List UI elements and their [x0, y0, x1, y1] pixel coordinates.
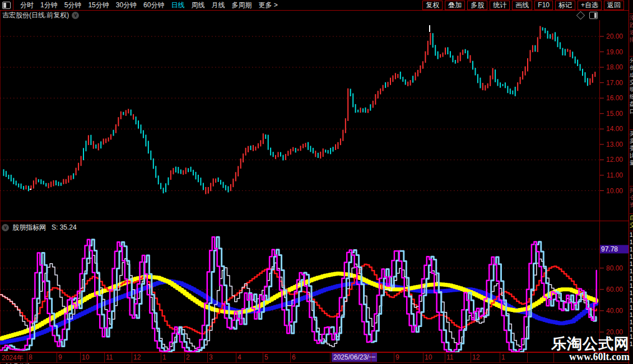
- month-label: 1: [162, 353, 166, 361]
- time-axis: 2024年 2025/06/23/一 891011121234569101112…: [0, 352, 629, 363]
- price-axis: 20.0019.0018.0017.0016.0015.0014.0013.00…: [599, 0, 629, 221]
- price-label: 19.00: [606, 48, 623, 56]
- action-button-多股[interactable]: 多股: [467, 1, 487, 10]
- indicator-header: ∨ 股朋指标网 S: 35.24: [0, 222, 599, 233]
- axis-separator: [471, 353, 471, 362]
- period-tab-周线[interactable]: 周线: [191, 1, 204, 10]
- price-label: 20.00: [606, 32, 623, 40]
- month-label: 1: [501, 353, 505, 361]
- indicator-axis: 80.0060.0040.0020.00: [599, 221, 629, 352]
- indicator-label: 20.00: [606, 328, 623, 336]
- price-label: 16.00: [606, 94, 623, 102]
- action-button-F10[interactable]: F10: [534, 1, 553, 10]
- split-pane-icon[interactable]: [589, 12, 598, 19]
- month-label: 2: [186, 353, 190, 361]
- clipped-panel-section: 自交: [630, 213, 633, 231]
- watermark: 乐淘公式网 www.60lt.com: [551, 336, 630, 362]
- chart-canvas[interactable]: [0, 0, 633, 364]
- axis-separator: [500, 353, 500, 362]
- window-layout-icon[interactable]: [2, 2, 11, 9]
- month-label: 10: [425, 353, 432, 361]
- clipped-panel-section: 1111111111111111: [630, 231, 633, 353]
- chevron-down-icon[interactable]: ∨: [72, 12, 79, 19]
- month-label: 8: [29, 353, 32, 361]
- indicator-label: 60.00: [606, 286, 623, 293]
- watermark-url: www.60lt.com: [551, 352, 630, 362]
- period-tab-分时[interactable]: 分时: [20, 1, 34, 10]
- period-tab-月线[interactable]: 月线: [211, 1, 225, 10]
- price-label: 12.00: [606, 156, 623, 164]
- price-label: 17.00: [606, 79, 623, 87]
- axis-separator: [80, 353, 81, 362]
- period-tab-日线[interactable]: 日线: [171, 1, 184, 10]
- period-tab-60分钟[interactable]: 60分钟: [143, 1, 164, 10]
- price-label: 13.00: [606, 141, 623, 148]
- watermark-site-name: 乐淘公式网: [551, 336, 630, 352]
- price-label: 10.00: [606, 187, 623, 195]
- month-label: 11: [106, 353, 113, 361]
- chevron-down-icon[interactable]: ∨: [2, 224, 9, 231]
- action-button-画线[interactable]: 画线: [512, 1, 532, 10]
- month-label: 9: [58, 353, 62, 361]
- axis-separator: [423, 353, 423, 362]
- clipped-panel-section: 涨跌速排: [630, 13, 633, 56]
- toolbar-divider: [13, 0, 13, 10]
- indicator-label: 80.00: [606, 264, 623, 272]
- clipped-right-panel[interactable]: 涨跌速排分价成交明细盘口买卖委比量持仓资自交1111111111111111: [629, 0, 633, 364]
- top-toolbar: 分时1分钟5分钟15分钟30分钟60分钟日线周线月线多周期更多 > 复权叠加多股…: [0, 0, 629, 11]
- axis-separator: [330, 353, 331, 362]
- axis-separator: [57, 353, 57, 362]
- axis-separator: [207, 353, 208, 362]
- axis-separator: [104, 353, 105, 362]
- period-tabs: 分时1分钟5分钟15分钟30分钟60分钟日线周线月线多周期更多 >: [17, 1, 281, 10]
- axis-separator: [236, 353, 236, 362]
- action-button-标记[interactable]: 标记: [555, 1, 575, 10]
- month-label: 3: [209, 353, 213, 361]
- axis-separator: [184, 353, 185, 362]
- indicator-max-badge: 97.78: [600, 245, 630, 253]
- year-label: 2024年: [2, 353, 24, 363]
- axis-separator: [527, 353, 528, 362]
- axis-separator: [161, 353, 161, 362]
- axis-separator: [371, 353, 371, 362]
- month-label: 5: [264, 353, 268, 361]
- action-button-统计[interactable]: 统计: [490, 1, 510, 10]
- period-tab-15分钟[interactable]: 15分钟: [88, 1, 109, 10]
- indicator-value: S: 35.24: [52, 223, 77, 231]
- title-bar: 吉宏股份(日线.前复权) ∨: [0, 10, 629, 20]
- axis-separator: [445, 353, 445, 362]
- axis-separator: [394, 353, 394, 362]
- diamond-icon[interactable]: [576, 11, 585, 20]
- trading-app-window: { "toolbar": { "periods": [ {"label":"分时…: [0, 0, 633, 364]
- clipped-panel-section: 持仓资: [630, 186, 633, 213]
- month-label: 12: [472, 353, 480, 361]
- indicator-label: 40.00: [606, 307, 623, 315]
- axis-separator: [132, 353, 132, 362]
- axis-separator: [290, 353, 291, 362]
- period-tab-多周期[interactable]: 多周期: [231, 1, 252, 10]
- action-button-叠加[interactable]: 叠加: [445, 1, 465, 10]
- indicator-name: 股朋指标网: [12, 223, 46, 232]
- action-button-复权[interactable]: 复权: [422, 1, 443, 10]
- price-label: 15.00: [606, 110, 623, 118]
- action-button-+自选[interactable]: +自选: [578, 1, 602, 10]
- month-label: 10: [82, 353, 89, 361]
- axis-separator: [263, 353, 263, 362]
- axis-separator: [27, 353, 27, 362]
- month-label: 6: [292, 353, 296, 361]
- clipped-panel-section: 买卖委比量: [630, 129, 633, 186]
- month-label: 9: [395, 353, 399, 361]
- period-tab-30分钟[interactable]: 30分钟: [116, 1, 137, 10]
- month-label: 11: [446, 353, 453, 361]
- clipped-panel-section: 分价成交明细盘口: [630, 56, 633, 129]
- price-label: 14.00: [606, 125, 623, 133]
- price-label: 11.00: [607, 171, 623, 179]
- period-tab-更多 >[interactable]: 更多 >: [258, 1, 277, 10]
- symbol-title: 吉宏股份(日线.前复权): [2, 11, 69, 20]
- toolbar-actions: 复权叠加多股统计画线F10标记+自选返回: [422, 1, 629, 10]
- period-tab-1分钟[interactable]: 1分钟: [40, 1, 58, 10]
- month-label: 4: [238, 353, 241, 361]
- price-label: 18.00: [606, 63, 623, 71]
- period-tab-5分钟[interactable]: 5分钟: [64, 1, 82, 10]
- month-label: 12: [133, 353, 141, 361]
